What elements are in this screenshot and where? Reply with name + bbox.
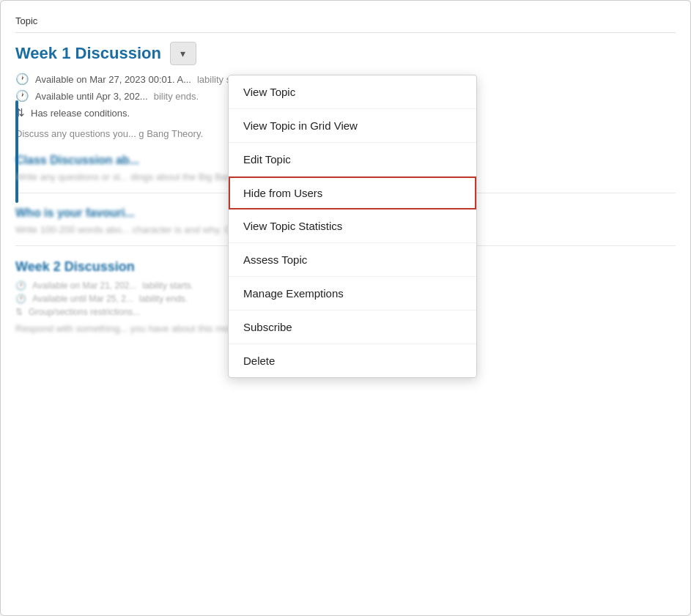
menu-item-view-topic-statistics[interactable]: View Topic Statistics (229, 209, 476, 243)
menu-item-view-topic-grid[interactable]: View Topic in Grid View (229, 109, 476, 143)
week2-clock-icon-2: 🕐 (15, 294, 26, 304)
week2-meta-text-1: Available on Mar 21, 202... (32, 281, 137, 291)
meta-text-2: Available until Apr 3, 202... (35, 91, 148, 102)
menu-item-subscribe[interactable]: Subscribe (229, 311, 476, 344)
topic-title-row: Week 1 Discussion ▾ (15, 42, 676, 65)
menu-item-delete[interactable]: Delete (229, 344, 476, 377)
meta-text-1: Available on Mar 27, 2023 00:01. A... (35, 74, 191, 85)
meta-text-2b: bility ends. (154, 91, 199, 102)
meta-text-3: Has release conditions. (31, 108, 130, 119)
menu-item-view-topic[interactable]: View Topic (229, 75, 476, 109)
menu-item-hide-from-users[interactable]: Hide from Users (229, 177, 476, 209)
week2-clock-icon-1: 🕐 (15, 281, 26, 291)
menu-item-assess-topic[interactable]: Assess Topic (229, 243, 476, 277)
week2-meta-text-1b: lability starts. (143, 281, 193, 291)
page-container: Topic Week 1 Discussion ▾ 🕐 Available on… (0, 0, 691, 616)
dropdown-menu: View Topic View Topic in Grid View Edit … (228, 75, 477, 378)
week2-meta-text-2: Available until Mar 25, 2... (32, 294, 133, 304)
clock-icon-1: 🕐 (15, 73, 29, 86)
main-content: Week 1 Discussion ▾ 🕐 Available on Mar 2… (15, 42, 676, 334)
dropdown-button[interactable]: ▾ (170, 42, 196, 65)
week2-group-icon: ⇅ (15, 307, 23, 317)
topic-title: Week 1 Discussion (15, 44, 161, 63)
page-header: Topic (15, 15, 676, 33)
menu-item-edit-topic[interactable]: Edit Topic (229, 143, 476, 177)
header-label: Topic (15, 15, 37, 26)
menu-item-manage-exemptions[interactable]: Manage Exemptions (229, 277, 476, 311)
week2-meta-text-3: Group/sections restrictions... (29, 307, 140, 317)
week2-meta-text-2b: lability ends. (139, 294, 188, 304)
left-accent (15, 100, 18, 203)
